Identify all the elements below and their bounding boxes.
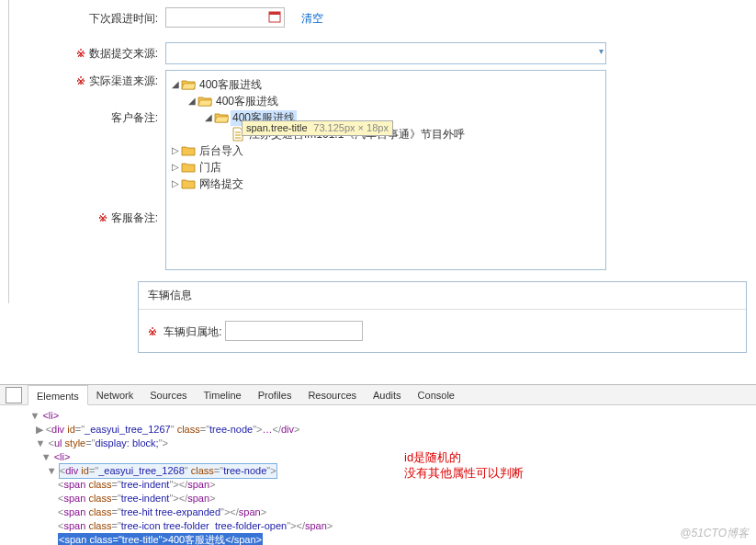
tree-title[interactable]: 门店 [197,160,223,176]
expand-icon[interactable]: ▷ [170,142,181,159]
left-border [2,0,9,303]
tooltip-selector: span.tree-title [246,122,308,133]
dom-line[interactable]: ▼ <ul style="display: block;"> [7,437,749,450]
folder-open-icon [197,94,212,108]
folder-closed-icon [181,160,196,175]
section-body: ※ 车辆归属地: [139,310,746,352]
tree-node[interactable]: ▷网络提交 [170,176,602,192]
devtools-tab-sources[interactable]: Sources [141,385,195,405]
row-channel: ※实际渠道来源: ◢400客服进线◢400客服进线◢400客服进线江苏交通台fm… [9,70,756,270]
label-cust-remark: 客户备注: [9,107,165,126]
tree-panel: ◢400客服进线◢400客服进线◢400客服进线江苏交通台fm101.1《汽车百… [165,70,606,270]
folder-closed-icon [181,143,196,158]
label-channel: ※实际渠道来源: [9,70,165,89]
tree-node[interactable]: ▷门店 [170,159,602,176]
vehicle-input[interactable] [225,321,363,341]
devtools-tabs: ElementsNetworkSourcesTimelineProfilesRe… [0,385,756,405]
dom-line[interactable]: <span class="tree-indent"></span> [7,478,749,492]
dom-line[interactable]: <span class="tree-icon tree-folder tree-… [7,519,749,533]
watermark: @51CTO博客 [680,526,749,541]
form-area: 下次跟进时间: 清空 ※数据提交来源: ▾ ※实际渠道来源: ◢400客服进线◢… [0,0,756,226]
dom-line[interactable]: <span class="tree-title">400客服进线</span> [7,533,749,545]
folder-closed-icon [181,176,196,191]
clear-link[interactable]: 清空 [301,7,323,27]
devtools-panel: ElementsNetworkSourcesTimelineProfilesRe… [0,384,756,545]
devtools-tab-console[interactable]: Console [410,385,463,405]
tree-title[interactable]: 后台导入 [197,143,245,159]
label-data-source: ※数据提交来源: [9,42,165,62]
dom-line[interactable]: ▶ <div id="_easyui_tree_1267" class="tre… [7,423,749,437]
row-next-follow: 下次跟进时间: 清空 [9,7,756,28]
dom-line[interactable]: ▼ <li> [7,409,749,423]
required-mark: ※ [76,74,85,87]
tree-title[interactable]: 400客服进线 [197,77,264,93]
label-cs-remark: ※客服备注: [9,207,165,226]
tree-title[interactable]: 400客服进线 [214,94,280,109]
date-wrap [165,7,285,28]
devtools-tab-timeline[interactable]: Timeline [196,385,250,405]
dom-line[interactable]: ▼ <li> [7,450,749,464]
tree-title[interactable]: 网络提交 [197,176,245,192]
annotation-text: id是随机的 没有其他属性可以判断 [404,449,524,481]
expand-icon[interactable]: ◢ [203,109,214,126]
label-vehicle: 车辆归属地: [164,325,221,338]
inspect-icon[interactable] [6,387,22,403]
devtools-dom-tree[interactable]: ▼ <li> ▶ <div id="_easyui_tree_1267" cla… [0,405,756,545]
devtools-tab-profiles[interactable]: Profiles [250,385,300,405]
calendar-icon[interactable] [268,10,281,23]
tree-node[interactable]: ◢400客服进线 [170,93,602,109]
devtools-tab-elements[interactable]: Elements [28,385,88,405]
expand-icon[interactable]: ▷ [170,176,181,192]
required-mark: ※ [148,325,157,338]
section-title: 车辆信息 [139,282,746,310]
dom-line[interactable]: <span class="tree-hit tree-expanded"></s… [7,505,749,519]
vehicle-section: 车辆信息 ※ 车辆归属地: [138,281,747,353]
label-next-follow: 下次跟进时间: [9,7,165,27]
next-follow-input[interactable] [165,7,285,28]
data-source-combo[interactable]: ▾ [165,42,606,64]
chevron-down-icon[interactable]: ▾ [599,46,604,56]
devtools-tab-network[interactable]: Network [88,385,141,405]
folder-open-icon [181,77,196,92]
svg-rect-1 [269,12,280,15]
devtools-tab-resources[interactable]: Resources [299,385,365,405]
required-mark: ※ [98,211,107,224]
expand-icon[interactable]: ◢ [186,93,197,109]
dom-line[interactable]: ▼ <div id="_easyui_tree_1268" class="tre… [7,464,749,478]
tree-node[interactable]: ▷后台导入 [170,142,602,159]
required-mark: ※ [76,47,85,60]
expand-icon[interactable]: ▷ [170,159,181,176]
row-data-source: ※数据提交来源: ▾ [9,42,756,64]
tooltip-dims: 73.125px × 18px [313,122,389,133]
expand-icon[interactable] [220,126,231,142]
dom-line[interactable]: <span class="tree-indent"></span> [7,492,749,505]
folder-open-icon [214,110,229,125]
devtools-tab-audits[interactable]: Audits [365,385,410,405]
expand-icon[interactable]: ◢ [170,76,181,93]
devtools-hover-tooltip: span.tree-title 73.125px × 18px [242,120,393,136]
tree-node[interactable]: ◢400客服进线 [170,76,602,93]
